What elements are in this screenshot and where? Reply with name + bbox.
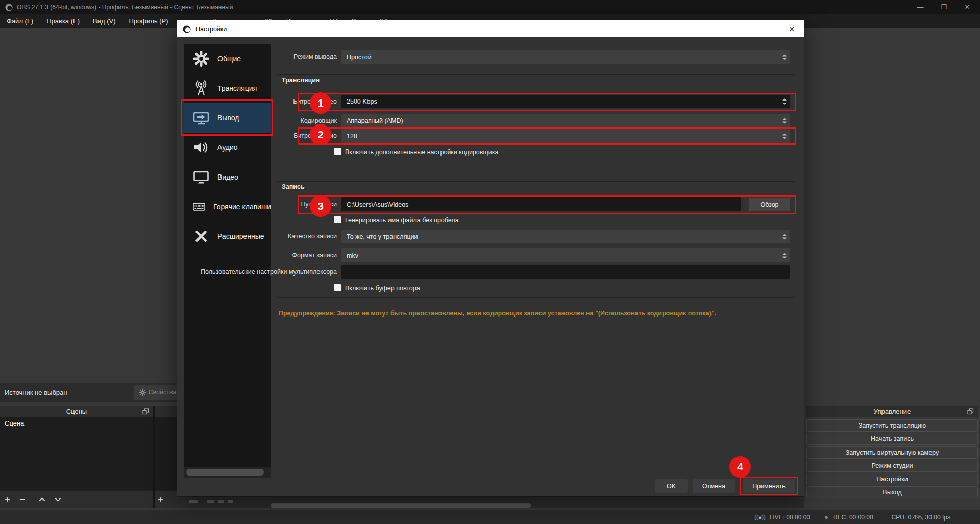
source-tool-icon[interactable] [189,500,198,503]
source-tool-icon[interactable] [228,500,233,503]
gear-icon [192,50,210,67]
output-mode-label: Режим вывода [293,53,337,60]
move-up-icon[interactable] [38,497,46,502]
dialog-titlebar: Настройки ✕ [177,20,804,37]
sidebar-item-label: Расширенные [217,232,264,240]
speaker-icon [192,139,210,156]
divider [128,386,128,398]
minimize-button[interactable]: — [909,0,932,13]
spinner-arrows-icon[interactable] [782,54,787,60]
replay-buffer-checkbox[interactable] [334,284,341,291]
dialog-title: Настройки [195,26,227,33]
live-signal-icon: ((●)) [754,514,765,520]
encoder-select[interactable]: Аппаратный (AMD) [341,114,790,128]
start-recording-button[interactable]: Начать запись [806,433,978,445]
sidebar-item-stream[interactable]: Трансляция [184,73,271,103]
spinner-arrows-icon[interactable] [782,234,787,239]
advanced-encoder-checkbox-label: Включить дополнительные настройки кодиро… [345,148,498,156]
spinner-arrows-icon[interactable] [782,253,787,258]
scrollbar-thumb[interactable] [186,469,264,476]
sidebar-item-hotkeys[interactable]: Горячие клавиши [184,192,271,221]
no-space-filename-checkbox[interactable] [334,216,341,223]
settings-button[interactable]: Настройки [806,473,978,485]
popout-icon[interactable] [142,408,149,415]
broadcast-icon [192,80,210,97]
scenes-toolbar: + − [0,490,153,508]
annotation-step-2: 2 [310,124,331,145]
menu-view[interactable]: Вид (V) [86,14,122,28]
warning-text: Предупреждение: Записи не могут быть при… [279,310,779,317]
source-tool-icon[interactable] [207,500,214,503]
recording-group-title: Запись [282,183,305,190]
properties-label: Свойства [149,389,177,396]
remove-scene-icon[interactable]: − [15,494,30,504]
spinner-arrows-icon[interactable] [782,118,787,124]
annotation-box-recording-path [298,195,796,214]
popout-icon[interactable] [967,408,974,415]
add-scene-icon[interactable]: + [0,494,15,504]
annotation-box-video-bitrate [298,93,796,111]
rec-time: REC: 00:00:00 [833,514,873,521]
controls-panel: Управление Запустить трансляцию Начать з… [806,406,978,508]
start-streaming-button[interactable]: Запустить трансляцию [806,419,978,432]
muxer-settings-input[interactable] [341,265,790,279]
divider [32,494,32,505]
recording-format-label: Формат записи [292,252,337,259]
dialog-close-icon[interactable]: ✕ [787,24,797,34]
muxer-settings-label: Пользовательские настройки мультиплексор… [201,268,337,276]
menu-file[interactable]: Файл (F) [0,14,40,28]
annotation-step-3: 3 [310,195,331,217]
recording-quality-select[interactable]: То же, что у трансляции [341,230,790,243]
streaming-group-title: Трансляция [282,77,320,84]
maximize-button[interactable]: ❐ [932,0,955,13]
sidebar-item-advanced[interactable]: Расширенные [184,221,271,251]
recording-quality-value: То же, что у трансляции [347,233,418,240]
properties-button[interactable]: Свойства [134,385,182,400]
output-mode-select[interactable]: Простой [341,50,790,64]
scene-list-item[interactable]: Сцена [0,417,153,427]
start-virtual-camera-button[interactable]: Запустить виртуальную камеру [806,446,978,459]
sidebar-item-label: Горячие клавиши [213,203,271,211]
sidebar-item-general[interactable]: Общие [184,44,271,73]
live-time: LIVE: 00:00:00 [770,514,810,521]
output-mode-value: Простой [347,54,372,61]
move-down-icon[interactable] [54,497,62,502]
annotation-box-output-tab [181,99,273,136]
close-button[interactable]: ✕ [955,0,979,13]
controls-panel-header: Управление [806,406,978,417]
add-source-icon[interactable]: + [155,494,168,504]
scenes-list: Сцена [0,417,153,490]
monitor-icon [192,168,210,186]
sidebar-item-label: Аудио [217,143,238,152]
sidebar-item-label: Общие [217,55,241,63]
controls-title: Управление [874,408,911,415]
sidebar-scrollbar[interactable] [184,467,271,478]
gear-icon [139,389,146,396]
settings-dialog: Настройки ✕ Общие [177,20,804,496]
recording-format-select[interactable]: mkv [341,248,790,262]
exit-button[interactable]: Выход [806,486,978,498]
scenes-panel-header: Сцены [0,406,153,417]
encoder-label: Кодировщик [300,117,337,124]
obs-logo-icon [183,25,191,33]
horizontal-scrollbar[interactable] [271,503,531,508]
ok-button[interactable]: OK [655,479,688,493]
sidebar-item-video[interactable]: Видео [184,162,271,192]
rec-dot-icon: ● [824,513,828,521]
recording-quality-label: Качество записи [288,233,337,240]
cancel-button[interactable]: Отмена [693,479,735,493]
menu-profile[interactable]: Профиль (P) [122,14,175,28]
annotation-box-audio-bitrate [298,127,796,145]
replay-buffer-checkbox-label: Включить буфер повтора [345,285,420,292]
status-bar: ((●)) LIVE: 00:00:00 ● REC: 00:00:00 CPU… [0,510,980,524]
sidebar-item-audio[interactable]: Аудио [184,133,271,162]
source-toolbar: Источник не выбран Свойства [0,383,182,402]
no-source-label: Источник не выбран [5,389,67,396]
recording-format-value: mkv [347,252,358,259]
studio-mode-button[interactable]: Режим студии [806,460,978,472]
window-titlebar: OBS 27.1.3 (64-bit, windows) - Профиль: … [0,0,980,14]
menu-edit[interactable]: Правка (E) [40,14,86,28]
source-tool-icon[interactable] [218,500,224,503]
cpu-fps-status: CPU: 0.4%, 30.00 fps [892,514,950,521]
advanced-encoder-checkbox[interactable] [334,148,341,155]
